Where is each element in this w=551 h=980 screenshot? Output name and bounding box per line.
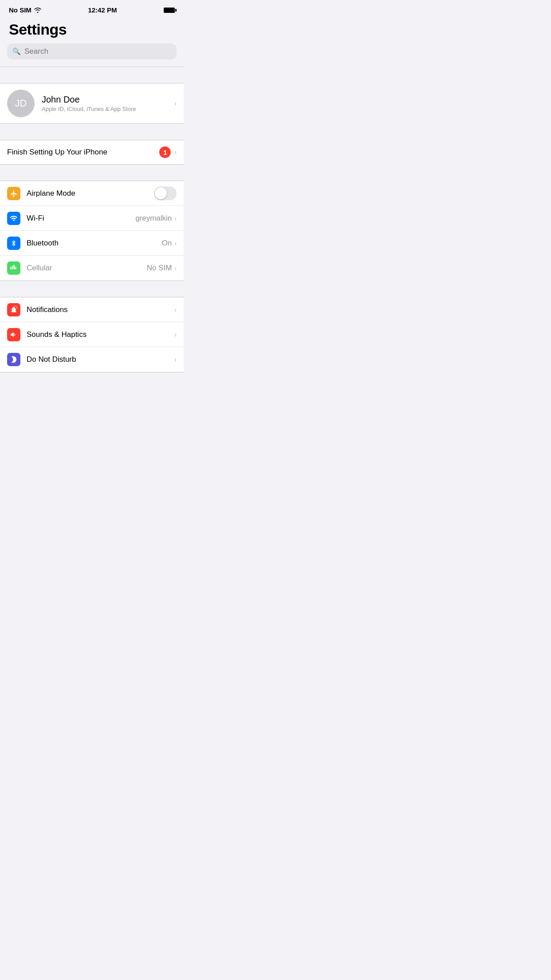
search-container: 🔍: [0, 43, 184, 67]
do-not-disturb-row[interactable]: Do Not Disturb ›: [0, 347, 184, 372]
profile-row[interactable]: JD John Doe Apple ID, iCloud, iTunes & A…: [0, 83, 184, 124]
wifi-icon-container: [7, 212, 20, 225]
search-bar[interactable]: 🔍: [7, 43, 177, 59]
finish-setup-badge: 1: [159, 146, 171, 158]
cellular-label: Cellular: [27, 264, 147, 273]
wifi-status-icon: [34, 8, 41, 13]
notifications-label: Notifications: [27, 305, 174, 314]
airplane-mode-icon: [7, 187, 20, 200]
cellular-icon-container: [7, 261, 20, 275]
carrier-label: No SIM: [9, 6, 31, 14]
status-bar: No SIM 12:42 PM: [0, 0, 184, 17]
bluetooth-icon-container: [7, 237, 20, 250]
airplane-mode-label: Airplane Mode: [27, 189, 154, 198]
avatar: JD: [7, 90, 35, 117]
search-icon: 🔍: [12, 47, 21, 55]
wifi-row[interactable]: Wi-Fi greymalkin ›: [0, 206, 184, 231]
search-input[interactable]: [24, 47, 171, 56]
do-not-disturb-label: Do Not Disturb: [27, 355, 174, 364]
carrier-wifi: No SIM: [9, 6, 41, 14]
notifications-row[interactable]: Notifications ›: [0, 297, 184, 322]
battery-container: [164, 8, 175, 13]
finish-setup-chevron: ›: [174, 149, 177, 156]
cellular-value: No SIM: [147, 264, 172, 273]
wifi-label: Wi-Fi: [27, 214, 135, 223]
moon-svg: [10, 356, 18, 364]
battery-icon: [164, 8, 175, 13]
notifications-svg: [10, 306, 18, 314]
finish-setup-row[interactable]: Finish Setting Up Your iPhone 1 ›: [0, 140, 184, 165]
do-not-disturb-chevron: ›: [174, 356, 177, 363]
airplane-svg: [10, 190, 18, 198]
toggle-knob: [155, 187, 167, 199]
gap-2: [0, 124, 184, 140]
notifications-icon-container: [7, 303, 20, 316]
svg-point-0: [15, 306, 17, 308]
sounds-chevron: ›: [174, 331, 177, 338]
wifi-svg: [10, 214, 18, 222]
sounds-svg: [10, 331, 18, 339]
airplane-mode-toggle[interactable]: [154, 186, 177, 200]
sounds-label: Sounds & Haptics: [27, 330, 174, 339]
connectivity-section: Airplane Mode Wi-Fi greymalkin › Bluetoo…: [0, 181, 184, 281]
finish-setup-label: Finish Setting Up Your iPhone: [7, 148, 159, 157]
bluetooth-svg: [10, 239, 17, 248]
page-title: Settings: [9, 21, 175, 38]
sounds-row[interactable]: Sounds & Haptics ›: [0, 322, 184, 347]
notifications-section: Notifications › Sounds & Haptics › Do No…: [0, 297, 184, 372]
bluetooth-chevron: ›: [174, 240, 177, 247]
time-label: 12:42 PM: [88, 6, 117, 14]
avatar-initials: JD: [15, 98, 27, 109]
profile-chevron: ›: [174, 100, 177, 107]
airplane-mode-row[interactable]: Airplane Mode: [0, 181, 184, 206]
wifi-chevron: ›: [174, 215, 177, 222]
page-title-container: Settings: [0, 17, 184, 43]
do-not-disturb-icon-container: [7, 353, 20, 366]
cellular-svg: [10, 264, 18, 272]
bluetooth-row[interactable]: Bluetooth On ›: [0, 231, 184, 256]
cellular-chevron: ›: [174, 265, 177, 272]
wifi-value: greymalkin: [135, 214, 172, 223]
profile-subtitle: Apple ID, iCloud, iTunes & App Store: [42, 106, 174, 112]
gap-1: [0, 67, 184, 83]
bluetooth-value: On: [162, 239, 172, 248]
cellular-row[interactable]: Cellular No SIM ›: [0, 256, 184, 281]
gap-4: [0, 281, 184, 297]
profile-name: John Doe: [42, 95, 174, 105]
sounds-icon-container: [7, 328, 20, 341]
gap-3: [0, 165, 184, 181]
bluetooth-label: Bluetooth: [27, 239, 162, 248]
notifications-chevron: ›: [174, 306, 177, 313]
profile-info: John Doe Apple ID, iCloud, iTunes & App …: [42, 95, 174, 112]
